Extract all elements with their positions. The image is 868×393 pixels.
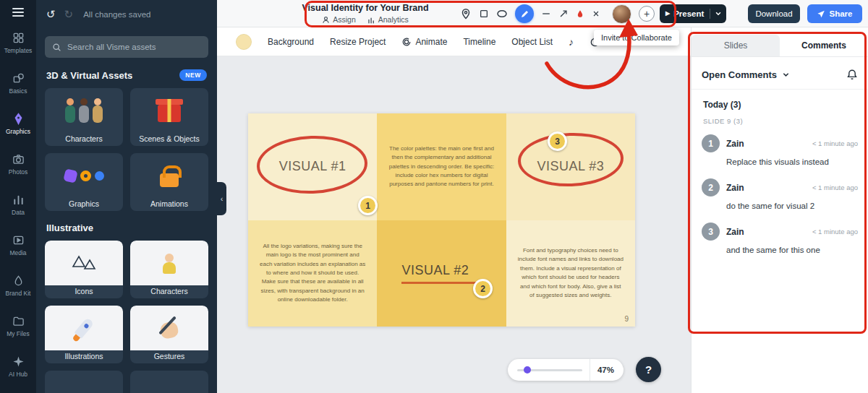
comment-text: and the same for this one [726, 246, 858, 254]
visual3-text[interactable]: VISUAL #3 [537, 159, 604, 174]
asset-card-illustrations[interactable]: Illustrations [45, 306, 123, 363]
analytics-button[interactable]: Analytics [367, 15, 409, 24]
project-title[interactable]: Visual Identity for Your Brand [293, 3, 438, 13]
visual2-text[interactable]: VISUAL #2 [401, 263, 469, 277]
asset-card-scenes-objects[interactable]: Scenes & Objects [130, 88, 208, 146]
panel-collapse-handle[interactable]: ‹ [217, 182, 226, 215]
assign-button[interactable]: Assign [322, 15, 356, 24]
slide-panel-visual3[interactable]: VISUAL #3 [506, 113, 635, 220]
sidebar-item-media[interactable]: Media [0, 225, 36, 265]
assets-panel: ↺ ↻ All changes saved 3D & Virtual Asset… [36, 0, 217, 393]
comment-item-1[interactable]: 1 Zain < 1 minute ago Replace this visua… [692, 128, 868, 172]
rectangle-tool-button[interactable] [479, 9, 489, 19]
animate-label: Animate [415, 37, 447, 47]
slide-panel-typography[interactable]: Font and typography choices need to incl… [506, 220, 635, 327]
sidebar-item-my-files[interactable]: My Files [0, 306, 36, 346]
line-tool-button[interactable] [541, 9, 551, 19]
pen-tool-button-active[interactable] [515, 4, 534, 23]
comment-item-2[interactable]: 2 Zain < 1 minute ago do the same for vi… [692, 172, 868, 216]
sidebar-item-templates[interactable]: Templates [0, 22, 36, 63]
chevron-down-icon [715, 10, 722, 17]
slide-panel-visual2[interactable]: VISUAL #2 [377, 220, 506, 327]
tab-comments[interactable]: Comments [780, 35, 868, 56]
top-toolbar: Visual Identity for Your Brand Assign An… [217, 0, 868, 27]
search-input[interactable] [67, 43, 201, 51]
arrow-tool-button[interactable] [558, 9, 569, 19]
plus-icon: + [644, 9, 650, 19]
icons-thumbnail [45, 241, 123, 285]
close-icon [592, 9, 600, 18]
resize-project-button[interactable]: Resize Project [330, 37, 386, 47]
close-annotation-button[interactable] [592, 9, 600, 18]
comments-group-today: Today (3) [692, 90, 868, 110]
sidebar-item-data[interactable]: Data [0, 184, 36, 225]
sidebar-item-graphics[interactable]: Graphics [0, 103, 36, 144]
present-dropdown-button[interactable] [710, 10, 726, 17]
zoom-control[interactable]: 47% [508, 359, 624, 381]
comments-filter-dropdown[interactable]: Open Comments [692, 57, 868, 90]
help-button[interactable]: ? [636, 357, 661, 382]
logo-variations-text[interactable]: All the logo variations, making sure the… [248, 242, 377, 305]
timeline-button[interactable]: Timeline [463, 37, 495, 47]
typography-text[interactable]: Font and typography choices need to incl… [506, 246, 635, 300]
background-button[interactable]: Background [268, 37, 314, 47]
animate-button[interactable]: Animate [401, 37, 447, 47]
sidebar-item-photos[interactable]: Photos [0, 144, 36, 184]
sidebar-item-basics[interactable]: Basics [0, 63, 36, 103]
pin-tool-button[interactable] [460, 8, 472, 20]
sidebar-item-brand-kit[interactable]: Brand Kit [0, 265, 36, 306]
gestures-thumbnail [130, 306, 208, 350]
asset-card[interactable] [130, 371, 208, 393]
invite-collaborator-button[interactable]: + [639, 6, 655, 22]
comment-pin-2[interactable]: 2 [473, 279, 493, 298]
zoom-slider[interactable] [517, 369, 582, 371]
tab-slides[interactable]: Slides [692, 35, 780, 56]
slide-canvas[interactable]: VISUAL #1 The color palettes: the main o… [248, 113, 635, 327]
comment-author: Zain [726, 183, 744, 193]
comment-pin-3[interactable]: 3 [548, 131, 567, 151]
color-palettes-text[interactable]: The color palettes: the main one first a… [377, 144, 506, 189]
asset-card-characters-3d[interactable]: Characters [45, 88, 123, 146]
sidebar-item-label: Graphics [6, 128, 30, 135]
sidebar-item-label: Templates [4, 47, 33, 54]
asset-card-icons[interactable]: Icons [45, 241, 123, 298]
present-main[interactable]: ▶ Present [660, 9, 710, 18]
slide-panel-logo-variations[interactable]: All the logo variations, making sure the… [248, 220, 377, 327]
chevron-down-icon [782, 71, 790, 79]
slide-panel-color-palettes[interactable]: The color palettes: the main one first a… [377, 113, 506, 220]
project-title-block[interactable]: Visual Identity for Your Brand Assign An… [293, 3, 438, 24]
ellipse-tool-button[interactable] [496, 8, 508, 20]
comment-number-badge: 1 [702, 134, 720, 152]
asset-card-graphics-3d[interactable]: Graphics [45, 153, 123, 211]
search-icon [52, 43, 61, 52]
asset-card-gestures[interactable]: Gestures [130, 306, 208, 363]
asset-card-grid: Icons Characters Illustrations Gestures [45, 241, 208, 363]
background-color-swatch[interactable] [236, 34, 252, 50]
redo-button[interactable]: ↻ [64, 8, 74, 21]
object-list-button[interactable]: Object List [511, 37, 553, 47]
zoom-value[interactable]: 47% [590, 359, 614, 381]
audio-button[interactable]: ♪ [569, 35, 574, 48]
share-button[interactable]: Share [807, 4, 862, 23]
menu-icon[interactable] [12, 8, 24, 17]
comment-item-3[interactable]: 3 Zain < 1 minute ago and the same for t… [692, 216, 868, 260]
panel-header: ↺ ↻ All changes saved [36, 0, 217, 29]
decorative-shape [63, 168, 78, 183]
visual1-text[interactable]: VISUAL #1 [279, 159, 346, 174]
search-bar[interactable] [45, 36, 208, 58]
download-button[interactable]: Download [748, 4, 800, 23]
asset-card-animations[interactable]: Animations [130, 153, 208, 211]
user-avatar[interactable] [612, 4, 631, 24]
color-tool-button[interactable] [576, 9, 584, 19]
undo-button[interactable]: ↺ [46, 8, 56, 21]
characters-illustrative-thumbnail [130, 241, 208, 285]
comment-header: 3 Zain < 1 minute ago [702, 223, 858, 241]
present-button[interactable]: ▶ Present [660, 4, 726, 23]
notifications-bell-button[interactable] [846, 69, 858, 80]
asset-card-characters-illustrative[interactable]: Characters [130, 241, 208, 298]
asset-card[interactable] [45, 371, 123, 393]
comment-pin-1[interactable]: 1 [358, 196, 378, 215]
graphics-icon [12, 113, 25, 125]
zoom-slider-handle[interactable] [524, 366, 531, 373]
sidebar-item-ai-hub[interactable]: AI Hub [0, 346, 36, 386]
